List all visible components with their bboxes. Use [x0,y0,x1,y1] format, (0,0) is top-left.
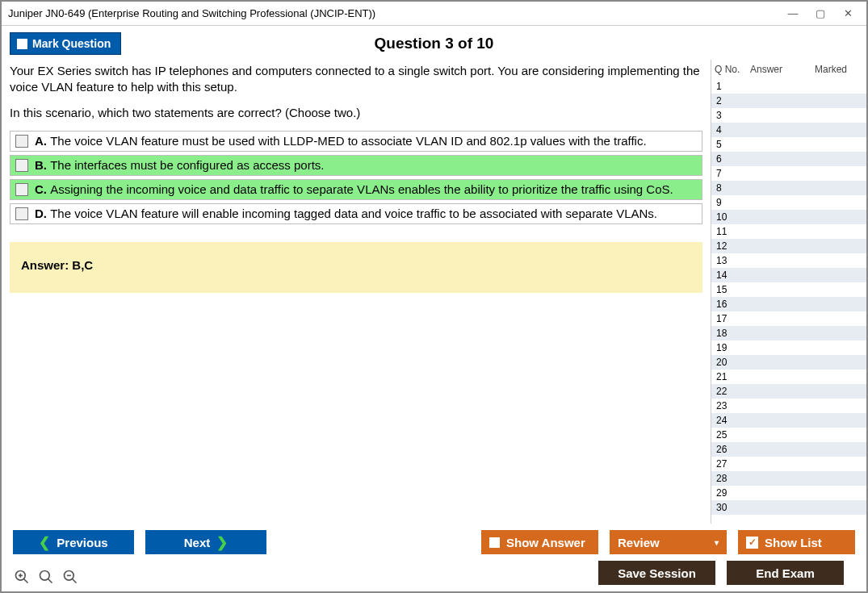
show-list-button[interactable]: ✓ Show List [738,530,855,554]
zoom-reset-icon[interactable] [37,568,55,586]
svg-point-4 [40,571,50,581]
question-row[interactable]: 12 [711,239,866,253]
question-row[interactable]: 18 [711,326,866,340]
header-row: Mark Question Question 3 of 10 [2,26,866,60]
question-number: 22 [716,386,740,397]
question-list-panel: Q No. Answer Marked 12345678910111213141… [711,60,866,524]
question-position: Question 3 of 10 [2,35,866,52]
option-text: A. The voice VLAN feature must be used w… [35,134,647,148]
question-row[interactable]: 24 [711,413,866,428]
chevron-right-icon: ❯ [216,534,228,551]
zoom-in-icon[interactable] [13,568,31,586]
question-number: 26 [716,444,740,455]
question-number: 14 [716,269,740,281]
svg-line-7 [73,579,77,583]
mark-label: Mark Question [32,37,111,50]
question-number: 17 [716,313,740,324]
checkbox-icon[interactable] [15,135,28,148]
question-row[interactable]: 8 [711,181,866,195]
save-session-button[interactable]: Save Session [598,561,715,585]
question-row[interactable]: 26 [711,442,866,457]
question-number: 30 [716,502,740,513]
end-exam-label: End Exam [756,566,815,580]
question-row[interactable]: 3 [711,108,866,123]
svg-line-5 [48,579,52,583]
answer-label: Answer: B,C [21,258,93,272]
end-exam-button[interactable]: End Exam [727,561,844,585]
checkbox-icon[interactable] [15,159,28,172]
question-row[interactable]: 11 [711,224,866,239]
chevron-left-icon: ❮ [39,534,50,551]
zoom-out-icon[interactable] [61,568,79,586]
prev-label: Previous [57,536,107,549]
question-number: 4 [716,124,740,136]
option-D[interactable]: D. The voice VLAN feature will enable in… [10,203,702,224]
question-row[interactable]: 1 [711,79,866,94]
maximize-button[interactable]: ▢ [807,4,834,23]
next-button[interactable]: Next ❯ [145,530,266,554]
question-row[interactable]: 22 [711,384,866,399]
question-row[interactable]: 13 [711,253,866,268]
question-number: 23 [716,400,740,411]
checkbox-icon [489,537,500,548]
mark-question-button[interactable]: Mark Question [10,32,121,55]
checkbox-icon[interactable] [15,183,28,196]
option-A[interactable]: A. The voice VLAN feature must be used w… [10,131,702,152]
question-number: 9 [716,197,740,208]
question-row[interactable]: 21 [711,370,866,384]
titlebar: Juniper JN0-649 (Enterprise Routing and … [2,2,866,26]
question-row[interactable]: 10 [711,210,866,224]
question-number: 16 [716,299,740,310]
question-instruction: In this scenario, which two statements a… [10,106,702,119]
question-number: 1 [716,81,740,92]
question-row[interactable]: 19 [711,340,866,355]
question-number: 3 [716,110,740,121]
checkbox-icon[interactable] [15,207,28,220]
question-row[interactable]: 16 [711,297,866,311]
question-number: 21 [716,371,740,382]
question-row[interactable]: 15 [711,282,866,297]
close-button[interactable]: ✕ [834,4,862,23]
question-row[interactable]: 20 [711,355,866,370]
question-row[interactable]: 27 [711,457,866,471]
show-answer-label: Show Answer [506,536,585,549]
option-text: C. Assigning the incoming voice and data… [35,182,673,196]
next-label: Next [184,536,211,549]
previous-button[interactable]: ❮ Previous [13,530,134,554]
question-number: 19 [716,342,740,353]
minimize-button[interactable]: — [779,4,807,23]
review-button[interactable]: Review ▾ [610,530,727,554]
option-B[interactable]: B. The interfaces must be configured as … [10,155,702,176]
question-number: 2 [716,95,740,106]
question-number: 12 [716,240,740,252]
question-row[interactable]: 28 [711,471,866,486]
svg-line-1 [24,579,28,583]
question-row[interactable]: 6 [711,152,866,166]
bottom-bar: ❮ Previous Next ❯ Show Answer Review ▾ ✓… [2,524,866,591]
question-row[interactable]: 2 [711,94,866,108]
save-session-label: Save Session [618,566,696,580]
question-area: Your EX Series switch has IP telephones … [2,60,711,524]
show-answer-button[interactable]: Show Answer [481,530,598,554]
review-label: Review [618,536,660,549]
question-number: 11 [716,226,740,237]
question-row[interactable]: 29 [711,486,866,500]
question-row[interactable]: 25 [711,428,866,442]
options-list: A. The voice VLAN feature must be used w… [10,131,702,224]
question-text: Your EX Series switch has IP telephones … [10,63,702,96]
question-number: 10 [716,211,740,223]
option-C[interactable]: C. Assigning the incoming voice and data… [10,179,702,200]
question-row[interactable]: 17 [711,311,866,326]
question-row[interactable]: 9 [711,195,866,210]
question-row[interactable]: 14 [711,268,866,282]
question-row[interactable]: 4 [711,123,866,137]
question-rows[interactable]: 1234567891011121314151617181920212223242… [711,79,866,524]
question-row[interactable]: 30 [711,500,866,515]
question-row[interactable]: 5 [711,137,866,152]
question-row[interactable]: 7 [711,166,866,181]
question-number: 15 [716,284,740,295]
question-number: 5 [716,139,740,150]
question-row[interactable]: 23 [711,399,866,413]
question-number: 24 [716,415,740,426]
dropdown-icon: ▾ [715,538,719,547]
